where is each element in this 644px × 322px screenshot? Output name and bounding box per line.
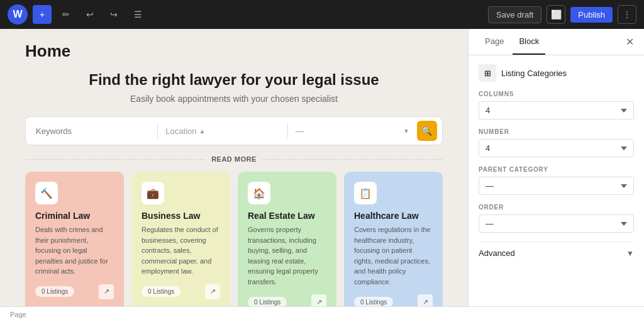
card-business-arrow[interactable]: ↗ <box>205 284 220 299</box>
save-draft-button[interactable]: Save draft <box>488 6 541 23</box>
columns-label: COLUMNS <box>479 91 634 97</box>
sidebar-close-button[interactable]: ✕ <box>626 36 634 48</box>
page-title: Home <box>25 42 443 61</box>
card-realestate-desc: Governs property transactions, including… <box>248 225 326 287</box>
topbar-left: W + ✏ ↩ ↪ ☰ <box>8 4 147 25</box>
search-divider <box>157 123 158 138</box>
search-bar: Location ▲ — ▼ 🔍 <box>25 116 443 145</box>
search-button[interactable]: 🔍 <box>417 121 437 141</box>
select-chevron-icon: ▼ <box>403 128 409 135</box>
order-field: ORDER — <box>479 204 634 233</box>
parent-category-field: PARENT CATEGORY — <box>479 166 634 195</box>
tab-block[interactable]: Block <box>513 29 545 55</box>
block-widget-label: Listing Categories <box>501 69 567 78</box>
card-criminal-footer: 0 Listings ↗ <box>35 284 114 299</box>
dashed-line-left <box>25 159 205 160</box>
card-realestate-title: Real Estate Law <box>248 211 326 221</box>
number-label: NUMBER <box>479 128 634 135</box>
card-business: 💼 Business Law Regulates the conduct of … <box>131 172 230 306</box>
list-view-button[interactable]: ☰ <box>128 5 147 24</box>
card-criminal-desc: Deals with crimes and their punishment, … <box>35 225 114 277</box>
number-select[interactable]: 4 <box>479 139 634 157</box>
card-healthcare-arrow[interactable]: ↗ <box>418 294 433 306</box>
undo-button[interactable]: ↩ <box>80 5 99 24</box>
location-text: Location <box>165 126 196 136</box>
advanced-chevron-icon: ▼ <box>626 249 634 258</box>
category-select-wrapper[interactable]: — ▼ <box>291 124 414 138</box>
card-criminal-icon: 🔨 <box>35 182 58 204</box>
editor-area: Home Find the right lawyer for your lega… <box>0 29 468 306</box>
card-criminal-arrow[interactable]: ↗ <box>99 284 114 299</box>
card-realestate-icon: 🏠 <box>248 182 270 204</box>
order-label: ORDER <box>479 204 634 211</box>
card-healthcare-title: Healthcare Law <box>354 211 433 221</box>
publish-button[interactable]: Publish <box>570 7 613 23</box>
card-realestate-arrow[interactable]: ↗ <box>311 294 326 306</box>
preview-button[interactable]: ⬜ <box>547 5 565 24</box>
card-criminal: 🔨 Criminal Law Deals with crimes and the… <box>25 172 124 306</box>
sidebar-tab-group: Page Block <box>479 29 545 55</box>
parent-category-select[interactable]: — <box>479 177 634 195</box>
page-footer: Page <box>0 306 644 322</box>
settings-toggle-button[interactable]: ⋮ <box>618 5 636 24</box>
add-block-topbar-button[interactable]: + <box>33 5 52 24</box>
card-realestate: 🏠 Real Estate Law Governs property trans… <box>238 172 336 306</box>
keywords-input[interactable] <box>31 124 155 138</box>
topbar: W + ✏ ↩ ↪ ☰ Save draft ⬜ Publish ⋮ <box>0 0 644 29</box>
footer-label: Page <box>10 311 26 318</box>
tab-page[interactable]: Page <box>479 29 510 55</box>
card-criminal-listings: 0 Listings <box>35 286 74 297</box>
block-widget: ⊞ Listing Categories <box>479 64 634 82</box>
number-field: NUMBER 4 <box>479 128 634 157</box>
advanced-section[interactable]: Advanced ▼ <box>479 242 634 264</box>
order-select[interactable]: — <box>479 214 634 233</box>
select-text: — <box>296 126 304 136</box>
card-business-listings: 0 Listings <box>142 286 180 297</box>
card-healthcare-desc: Covers regulations in the healthcare ind… <box>354 225 433 287</box>
columns-field: COLUMNS 4 <box>479 91 634 119</box>
read-more-button[interactable]: READ MORE <box>205 155 263 163</box>
dashed-line-right <box>263 159 443 160</box>
sidebar-body: ⊞ Listing Categories COLUMNS 4 NUMBER 4 … <box>469 55 644 306</box>
topbar-right: Save draft ⬜ Publish ⋮ <box>488 5 636 24</box>
card-business-desc: Regulates the conduct of businesses, cov… <box>142 225 220 277</box>
card-criminal-title: Criminal Law <box>35 211 114 221</box>
redo-button[interactable]: ↪ <box>104 5 123 24</box>
edit-tool-button[interactable]: ✏ <box>57 5 75 24</box>
card-realestate-footer: 0 Listings ↗ <box>248 294 326 306</box>
sidebar-tabs: Page Block ✕ <box>469 29 644 55</box>
card-healthcare: 📋 Healthcare Law Covers regulations in t… <box>344 172 443 306</box>
parent-category-label: PARENT CATEGORY <box>479 166 634 173</box>
hero-subtext: Easily book appointments with your chose… <box>25 94 443 104</box>
main-layout: Home Find the right lawyer for your lega… <box>0 29 644 306</box>
cards-grid: 🔨 Criminal Law Deals with crimes and the… <box>25 172 443 306</box>
search-divider-2 <box>287 123 288 138</box>
wp-logo-icon[interactable]: W <box>8 4 28 25</box>
read-more-row: READ MORE <box>25 155 443 163</box>
hero-section: Find the right lawyer for your legal iss… <box>25 71 443 104</box>
hero-heading: Find the right lawyer for your legal iss… <box>25 71 443 89</box>
card-healthcare-icon: 📋 <box>354 182 377 204</box>
card-business-icon: 💼 <box>142 182 164 204</box>
advanced-label: Advanced <box>479 248 515 258</box>
location-input-wrapper[interactable]: Location ▲ <box>160 124 284 138</box>
card-realestate-listings: 0 Listings <box>248 297 287 307</box>
sidebar-panel: Page Block ✕ ⊞ Listing Categories COLUMN… <box>468 29 644 306</box>
listing-categories-icon: ⊞ <box>479 64 496 82</box>
card-business-footer: 0 Listings ↗ <box>142 284 220 299</box>
card-healthcare-footer: 0 Listings ↗ <box>354 294 433 306</box>
card-business-title: Business Law <box>142 211 220 221</box>
location-arrow-icon: ▲ <box>199 128 205 135</box>
columns-select[interactable]: 4 <box>479 101 634 119</box>
card-healthcare-listings: 0 Listings <box>354 297 393 307</box>
